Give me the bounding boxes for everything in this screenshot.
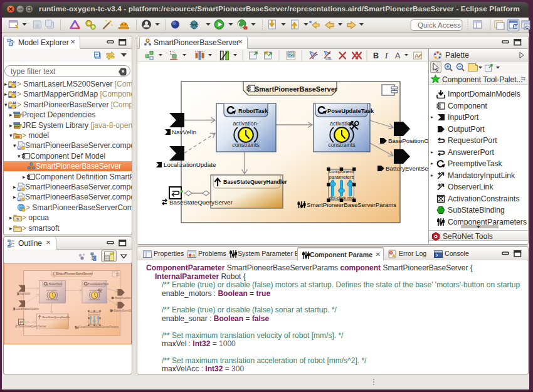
svg-text:LBL: LBL [325,56,332,60]
svg-text:I: I [384,51,388,60]
svg-text:A: A [415,53,419,59]
svg-text:B: B [373,51,379,60]
svg-text:C: C [525,24,529,30]
svg-text:M: M [514,24,519,29]
svg-text:Quick Access: Quick Access [418,21,461,29]
svg-text:A: A [395,51,401,60]
